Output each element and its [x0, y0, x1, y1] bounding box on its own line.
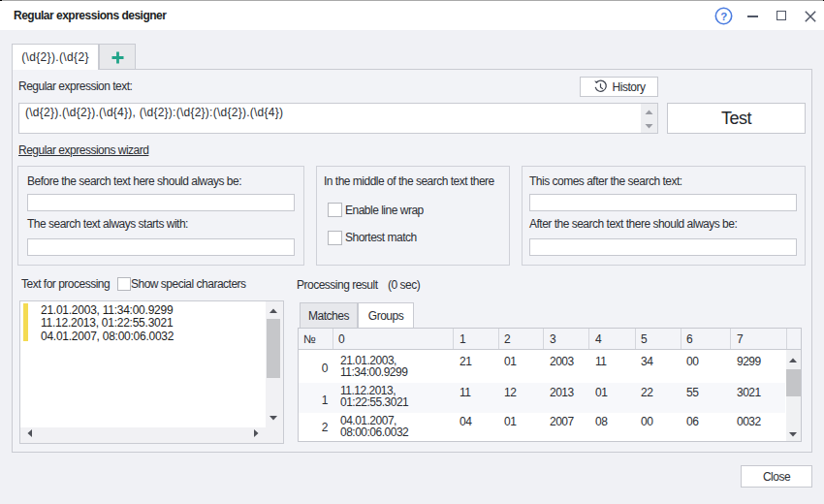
svg-text:?: ?	[720, 11, 727, 22]
